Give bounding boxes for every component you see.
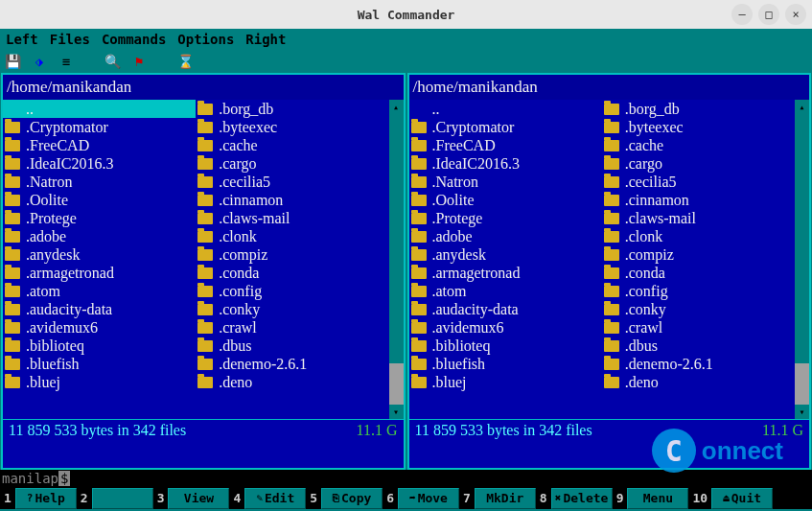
file-entry[interactable]: .compiz — [602, 245, 795, 264]
split-icon[interactable]: ⬗ — [31, 53, 48, 70]
file-entry[interactable]: .Protege — [3, 209, 196, 227]
file-entry[interactable]: .Cryptomator — [409, 118, 602, 136]
file-entry[interactable]: .atom — [409, 282, 602, 300]
file-entry[interactable]: .borg_db — [196, 100, 388, 118]
file-entry[interactable]: .denemo-2.6.1 — [602, 355, 795, 373]
file-entry[interactable]: .clonk — [602, 227, 795, 245]
scroll-down-icon[interactable]: ▾ — [795, 405, 809, 419]
file-entry[interactable]: .audacity-data — [409, 300, 602, 318]
flag-icon[interactable]: ⚑ — [130, 53, 148, 70]
file-entry[interactable]: .byteexec — [196, 118, 388, 136]
file-entry[interactable]: .claws-mail — [602, 209, 795, 227]
fkey-delete[interactable]: ✖Delete — [551, 488, 613, 509]
scrollbar-left[interactable]: ▴ ▾ — [389, 100, 404, 419]
file-entry[interactable]: .. — [3, 100, 196, 118]
file-entry[interactable]: .adobe — [3, 227, 196, 245]
file-entry[interactable]: .dbus — [196, 337, 388, 355]
scroll-down-icon[interactable]: ▾ — [389, 405, 404, 419]
file-entry[interactable]: .Oolite — [409, 191, 602, 209]
fkey-menu[interactable]: Menu — [627, 488, 688, 509]
file-entry[interactable]: .compiz — [196, 245, 388, 264]
hourglass-icon[interactable]: ⌛ — [176, 53, 194, 70]
file-entry[interactable]: .avidemux6 — [409, 318, 602, 337]
file-entry[interactable]: .armagetronad — [409, 264, 602, 282]
file-entry[interactable]: .crawl — [602, 318, 795, 337]
file-entry[interactable]: .FreeCAD — [3, 136, 196, 154]
left-col2[interactable]: .borg_db.byteexec.cache.cargo.cecilia5.c… — [196, 100, 388, 419]
file-entry[interactable]: .bluefish — [409, 355, 602, 373]
file-entry[interactable]: .config — [602, 282, 795, 300]
file-entry[interactable]: .cinnamon — [196, 191, 388, 209]
fkey-help[interactable]: ?Help — [15, 488, 77, 509]
menu-files[interactable]: Files — [50, 32, 90, 47]
left-col1[interactable]: ...Cryptomator.FreeCAD.IdeaIC2016.3.Natr… — [3, 100, 196, 419]
maximize-button[interactable]: □ — [758, 4, 779, 25]
file-entry[interactable]: .avidemux6 — [3, 318, 196, 337]
file-entry[interactable]: .. — [409, 100, 602, 118]
fkey-blank[interactable] — [92, 488, 153, 509]
command-line[interactable]: manilap$ — [0, 470, 812, 487]
file-entry[interactable]: .deno — [196, 373, 388, 391]
fkey-view[interactable]: View — [168, 488, 229, 509]
file-entry[interactable]: .audacity-data — [3, 300, 196, 318]
file-entry[interactable]: .atom — [3, 282, 196, 300]
file-entry[interactable]: .bluefish — [3, 355, 196, 373]
file-entry[interactable]: .cecilia5 — [196, 173, 388, 191]
file-entry[interactable]: .FreeCAD — [409, 136, 602, 154]
menu-options[interactable]: Options — [177, 32, 234, 47]
path-right[interactable]: /home/manikandan — [409, 75, 810, 100]
file-entry[interactable]: .cache — [196, 136, 388, 154]
search-icon[interactable]: 🔍 — [104, 53, 121, 70]
scrollbar-right[interactable]: ▴ ▾ — [795, 100, 809, 419]
menu-icon[interactable]: ≡ — [58, 53, 75, 70]
file-entry[interactable]: .conda — [602, 264, 795, 282]
file-entry[interactable]: .Natron — [3, 173, 196, 191]
file-entry[interactable]: .adobe — [409, 227, 602, 245]
file-entry[interactable]: .conky — [602, 300, 795, 318]
scroll-up-icon[interactable]: ▴ — [795, 100, 809, 114]
menu-commands[interactable]: Commands — [102, 32, 166, 47]
file-entry[interactable]: .conda — [196, 264, 388, 282]
file-entry[interactable]: .denemo-2.6.1 — [196, 355, 388, 373]
file-entry[interactable]: .Natron — [409, 173, 602, 191]
file-entry[interactable]: .conky — [196, 300, 388, 318]
right-col2[interactable]: .borg_db.byteexec.cache.cargo.cecilia5.c… — [602, 100, 795, 419]
file-entry[interactable]: .cache — [602, 136, 795, 154]
file-entry[interactable]: .cargo — [602, 154, 795, 173]
file-entry[interactable]: .deno — [602, 373, 795, 391]
file-entry[interactable]: .cinnamon — [602, 191, 795, 209]
close-button[interactable]: × — [785, 4, 806, 25]
file-entry[interactable]: .byteexec — [602, 118, 795, 136]
file-entry[interactable]: .claws-mail — [196, 209, 388, 227]
file-entry[interactable]: .clonk — [196, 227, 388, 245]
file-entry[interactable]: .anydesk — [409, 245, 602, 264]
scroll-thumb[interactable] — [389, 114, 404, 363]
file-entry[interactable]: .Oolite — [3, 191, 196, 209]
minimize-button[interactable]: – — [731, 4, 753, 25]
scroll-thumb[interactable] — [795, 114, 809, 363]
file-entry[interactable]: .Protege — [409, 209, 602, 227]
fkey-quit[interactable]: ⏏Quit — [711, 488, 773, 509]
file-entry[interactable]: .biblioteq — [409, 337, 602, 355]
file-entry[interactable]: .config — [196, 282, 388, 300]
file-entry[interactable]: .bluej — [409, 373, 602, 391]
file-entry[interactable]: .cecilia5 — [602, 173, 795, 191]
fkey-edit[interactable]: ✎Edit — [244, 488, 306, 509]
file-entry[interactable]: .Cryptomator — [3, 118, 196, 136]
menu-right[interactable]: Right — [245, 32, 286, 47]
file-entry[interactable]: .IdeaIC2016.3 — [409, 154, 602, 173]
fkey-copy[interactable]: ⎘Copy — [321, 488, 383, 509]
file-entry[interactable]: .borg_db — [602, 100, 795, 118]
file-entry[interactable]: .anydesk — [3, 245, 196, 264]
right-col1[interactable]: ...Cryptomator.FreeCAD.IdeaIC2016.3.Natr… — [409, 100, 602, 419]
file-entry[interactable]: .IdeaIC2016.3 — [3, 154, 196, 173]
fkey-mkdir[interactable]: MkDir — [475, 488, 536, 509]
scroll-up-icon[interactable]: ▴ — [389, 100, 404, 114]
save-icon[interactable]: 💾 — [4, 53, 21, 70]
file-entry[interactable]: .bluej — [3, 373, 196, 391]
path-left[interactable]: /home/manikandan — [3, 75, 404, 100]
menu-left[interactable]: Left — [6, 32, 38, 47]
file-entry[interactable]: .crawl — [196, 318, 388, 337]
file-entry[interactable]: .cargo — [196, 154, 388, 173]
file-entry[interactable]: .armagetronad — [3, 264, 196, 282]
